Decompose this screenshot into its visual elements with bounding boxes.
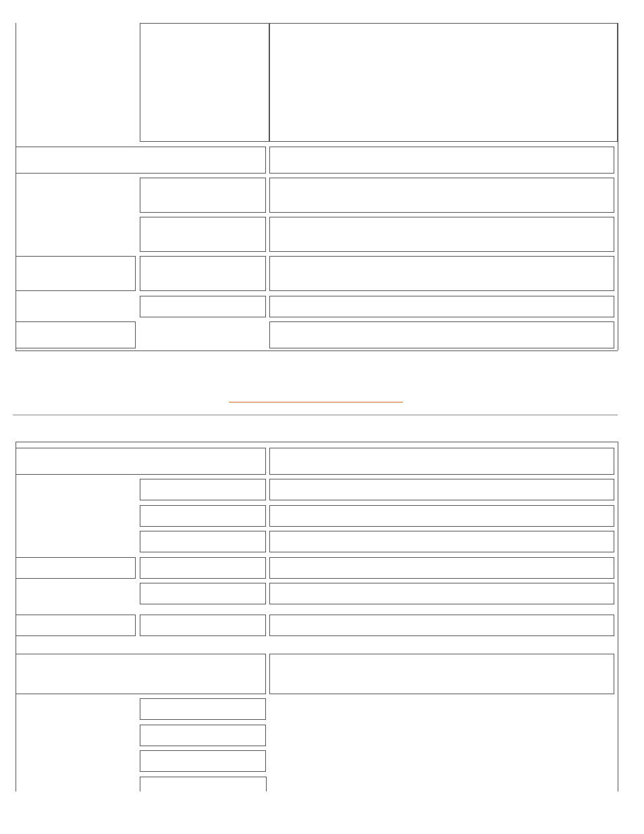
t2-r4-c0	[16, 557, 136, 579]
t2-r4-c2	[269, 557, 614, 579]
t2-r6-c0	[16, 615, 136, 636]
t1-r1-c2	[269, 147, 614, 174]
t1-r1-c01	[16, 147, 266, 174]
t1-r5-c2	[269, 296, 614, 317]
t2-r9-c1	[140, 725, 266, 746]
t2-r6-c2	[269, 615, 614, 636]
t1-frame-left	[16, 23, 16, 350]
t1-r4-c1	[140, 256, 266, 291]
t1-r5-c1	[140, 296, 266, 317]
t2-r0-c01	[16, 448, 266, 475]
t2-r10-c1	[140, 750, 266, 772]
t1-r4-c2	[269, 256, 614, 291]
t2-r7-c2	[269, 654, 614, 694]
t1-frame-right	[618, 23, 618, 350]
t1-r6-c2	[269, 321, 614, 348]
t2-frame-top	[16, 442, 618, 442]
t1-r0-c1	[140, 23, 269, 142]
t1-r0-c2	[269, 23, 618, 142]
t2-r1-c1	[140, 479, 266, 500]
t2-r5-c1	[140, 583, 266, 604]
page-divider	[13, 415, 618, 415]
t2-r4-c1	[140, 557, 266, 579]
t2-r11-right	[266, 777, 267, 791]
t1-r3-c2	[269, 217, 614, 252]
t1-r2-c2	[269, 178, 614, 213]
t1-r3-c1	[140, 217, 266, 252]
t2-r3-c1	[140, 531, 266, 552]
t2-r2-c1	[140, 505, 266, 527]
t2-r5-c2	[269, 583, 614, 604]
t2-r6-c1	[140, 615, 266, 636]
t2-r8-c1	[140, 698, 266, 720]
t1-r6-c0	[16, 321, 136, 348]
t2-r2-c2	[269, 505, 614, 527]
t2-r1-c2	[269, 479, 614, 500]
t2-frame-right	[618, 442, 618, 791]
page	[0, 0, 644, 834]
t1-r2-c1	[140, 178, 266, 213]
t2-r11-top	[140, 777, 266, 777]
accent-underline	[229, 402, 403, 402]
t1-frame-bottom	[16, 350, 618, 351]
t2-r3-c2	[269, 531, 614, 552]
t2-r11-left	[140, 777, 140, 791]
t2-r7-c01	[16, 654, 266, 694]
t2-r0-c2	[269, 448, 614, 475]
t1-r4-c0	[16, 256, 136, 291]
